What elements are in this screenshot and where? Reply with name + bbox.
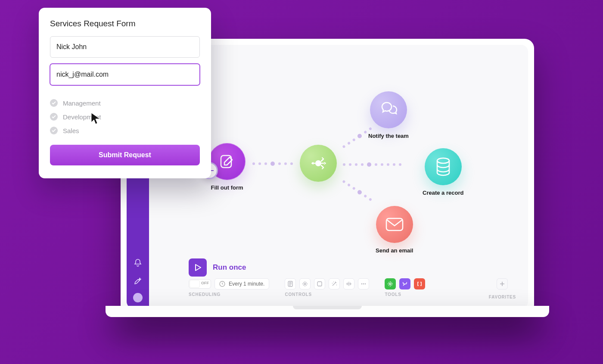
svg-point-16 [365,283,366,285]
control-settings[interactable] [299,278,311,289]
play-icon [194,264,202,271]
database-icon [435,157,452,176]
name-input[interactable] [50,36,200,58]
node-label: Send an email [376,247,413,254]
svg-point-15 [363,283,364,285]
svg-point-7 [315,160,321,166]
node-fill-out-form[interactable]: Fill out form [208,143,246,191]
scheduling-toggle[interactable]: OFF [189,279,211,289]
schedule-pill[interactable]: Every 1 minute. [214,278,269,289]
control-note[interactable] [314,278,325,289]
node-create-record[interactable]: Create a record [423,148,463,196]
svg-point-17 [389,283,391,285]
check-management[interactable]: Management [50,99,200,107]
control-magic[interactable] [329,278,340,289]
node-router[interactable] [300,145,337,186]
check-label: Management [63,100,101,107]
check-icon [50,99,58,107]
add-favorite-button[interactable] [497,278,508,289]
svg-point-8 [437,158,449,163]
schedule-text: Every 1 minute. [229,281,264,287]
router-icon [309,154,328,173]
svg-rect-13 [317,282,322,286]
bottom-toolbar: OFF Every 1 minute. SCHEDULING [189,278,516,301]
svg-point-12 [304,283,306,285]
connector-dots [252,162,300,165]
form-title: Services Request Form [50,19,200,28]
tools-caption: TOOLS [385,292,425,297]
control-notes[interactable] [285,278,296,289]
tool-wrench[interactable] [399,278,410,289]
svg-rect-9 [386,218,403,230]
mail-icon [385,217,404,232]
check-sales[interactable]: Sales [50,127,200,134]
chat-icon [379,101,398,119]
run-once-button[interactable] [189,258,207,277]
node-label: Notify the team [368,133,409,139]
controls-caption: CONTROLS [285,292,369,297]
sidebar-item-notifications[interactable] [132,257,144,269]
tool-gear[interactable] [385,278,396,289]
check-development[interactable]: Development [50,113,200,121]
controls-group: CONTROLS [285,278,369,297]
node-label: Create a record [423,190,463,196]
check-icon [50,127,58,134]
sidebar-avatar[interactable] [133,293,143,302]
scheduling-group: OFF Every 1 minute. SCHEDULING [189,278,269,297]
services-request-form: Services Request Form Management Develop… [39,8,211,178]
laptop-base [106,306,549,317]
scheduling-caption: SCHEDULING [189,292,269,297]
category-checklist: Management Development Sales [50,99,200,134]
connector-dots [342,180,383,209]
check-icon [50,113,58,121]
check-label: Sales [63,127,79,134]
tools-group: TOOLS [385,278,425,297]
run-once-label: Run once [213,263,246,272]
plus-icon [500,281,505,286]
node-notify-team[interactable]: Notify the team [368,91,409,139]
sidebar-item-settings[interactable] [132,275,144,287]
run-bar: Run once [189,258,246,277]
submit-request-button[interactable]: Submit Request [50,145,200,165]
edit-icon [218,153,236,170]
favorites-caption: FAVORITES [489,295,516,299]
email-input[interactable] [50,64,200,85]
connector-dots [343,163,420,166]
control-align[interactable] [343,278,354,289]
node-send-email[interactable]: Send an email [376,206,413,254]
clock-icon [219,281,225,287]
tool-brackets[interactable] [414,278,425,289]
svg-point-14 [361,283,363,285]
control-more[interactable] [358,278,369,289]
node-label: Fill out form [208,184,246,191]
favorites-group: FAVORITES [489,278,516,299]
